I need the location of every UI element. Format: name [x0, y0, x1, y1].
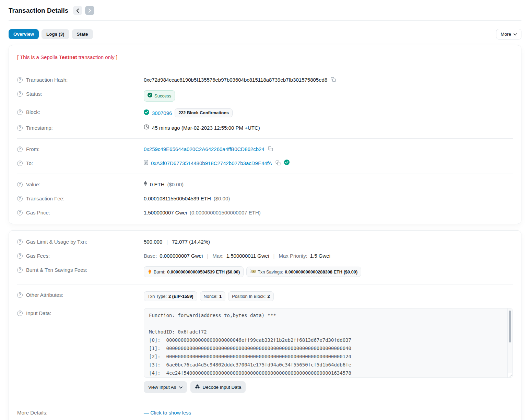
help-icon[interactable]: ?	[17, 210, 23, 215]
row-burnt-savings-fees: ? Burnt & Txn Savings Fees: Burnt: 0.000…	[17, 263, 513, 281]
help-icon[interactable]: ?	[17, 109, 23, 115]
gas-fees-label: Gas Fees:	[26, 252, 50, 259]
burnt-fees-pill: Burnt: 0.000000000000504539 ETH ($0.00)	[144, 266, 244, 277]
overview-card-primary: [ This is a Sepolia Testnet transaction …	[9, 45, 521, 224]
divider	[17, 138, 513, 139]
divider	[17, 69, 513, 69]
help-icon[interactable]: ?	[17, 182, 23, 187]
next-transaction-button[interactable]	[85, 6, 94, 15]
burnt-fees-pill-label: Burnt:	[154, 269, 165, 275]
position-in-block-badge-label: Position In Block:	[232, 294, 266, 299]
chevron-down-icon	[514, 32, 517, 37]
resize-grip-icon[interactable]	[508, 373, 512, 377]
previous-transaction-button[interactable]	[73, 6, 82, 15]
transaction-fee-amount: 0.000108115500504539 ETH	[144, 195, 211, 202]
help-icon[interactable]: ?	[17, 239, 23, 245]
status-badge-text: Success	[154, 92, 171, 100]
help-icon[interactable]: ?	[17, 292, 23, 298]
to-address-link[interactable]: 0xA3f07D6773514480b918C2742b027b3acD9E44…	[151, 160, 272, 167]
view-input-as-label: View Input As	[148, 385, 176, 390]
timestamp-label: Timestamp:	[26, 124, 53, 131]
help-icon[interactable]: ?	[17, 196, 23, 201]
nonce-badge-value: 1	[219, 294, 222, 299]
position-in-block-badge: Position In Block: 2	[228, 291, 273, 301]
overview-card-secondary: ? Gas Limit & Usage by Txn: 500,000 | 72…	[9, 230, 521, 420]
gas-price-label: Gas Price:	[26, 209, 50, 216]
help-icon[interactable]: ?	[17, 77, 23, 83]
input-data-label: Input Data:	[26, 310, 51, 317]
more-details-label: More Details:	[17, 409, 47, 416]
status-badge: Success	[144, 90, 175, 102]
value-label: Value:	[26, 181, 40, 188]
timestamp-value: 45 mins ago (Mar-02-2023 12:55:00 PM +UT…	[152, 124, 260, 131]
row-status: ? Status: Success	[17, 87, 513, 105]
divider	[17, 284, 513, 284]
row-other-attributes: ? Other Attributes: Txn Type: 2 (EIP-155…	[17, 288, 513, 305]
tab-state[interactable]: State	[72, 29, 93, 39]
copy-icon	[275, 160, 281, 166]
scrollbar-track	[507, 308, 508, 377]
help-icon[interactable]: ?	[17, 253, 23, 259]
row-transaction-hash: ? Transaction Hash: 0xc72d984ccac6190b5f…	[17, 73, 513, 87]
row-gas-fees: ? Gas Fees: Base: 0.000000007 Gwei | Max…	[17, 249, 513, 263]
eth-icon	[144, 181, 147, 188]
to-label: To:	[26, 160, 33, 167]
position-in-block-badge-value: 2	[267, 294, 270, 299]
txn-type-badge: Txn Type: 2 (EIP-1559)	[144, 291, 197, 301]
base-fee-value: 0.000000007 Gwei	[160, 252, 203, 259]
burnt-savings-label: Burnt & Txn Savings Fees:	[26, 266, 87, 273]
page-header: Transaction Details	[9, 0, 521, 21]
input-data-text: Function: forward(address to,bytes data)…	[144, 308, 513, 378]
max-priority-fee-label: Max Priority:	[279, 252, 307, 259]
help-icon[interactable]: ?	[17, 91, 23, 97]
txn-type-badge-value: 2 (EIP-1559)	[168, 294, 193, 299]
input-data-textarea[interactable]: Function: forward(address to,bytes data)…	[144, 308, 513, 378]
status-label: Status:	[26, 90, 42, 97]
transaction-hash-value: 0xc72d984ccac6190b5f135576eb97b03604bc81…	[144, 76, 327, 83]
value-amount: 0 ETH	[150, 181, 165, 188]
divider	[17, 400, 513, 400]
copy-to-address-button[interactable]	[275, 160, 281, 166]
from-address-link[interactable]: 0x259c49E65644a020C2A642260a4ffB0CD862cb…	[144, 145, 264, 153]
decode-input-data-label: Decode Input Data	[203, 385, 242, 390]
txn-savings-pill: Txn Savings: 0.000000000000288308 ETH ($…	[246, 267, 361, 277]
block-label: Block:	[26, 108, 40, 116]
row-gas-limit-usage: ? Gas Limit & Usage by Txn: 500,000 | 72…	[17, 235, 513, 249]
copy-transaction-hash-button[interactable]	[330, 77, 337, 83]
decode-input-data-button[interactable]: Decode Input Data	[190, 381, 246, 393]
from-label: From:	[26, 145, 39, 153]
help-icon[interactable]: ?	[17, 125, 23, 131]
separator: |	[165, 238, 169, 245]
block-confirmations-badge: 222 Block Confirmations	[175, 108, 233, 117]
row-block: ? Block: 3007096 222 Block Confirmations	[17, 105, 513, 121]
copy-icon	[268, 146, 273, 152]
view-input-as-button[interactable]: View Input As	[144, 381, 187, 393]
nonce-badge-label: Nonce:	[204, 294, 218, 299]
max-fee-value: 1.500000011 Gwei	[226, 252, 269, 259]
row-timestamp: ? Timestamp: 45 mins ago (Mar-02-2023 12…	[17, 121, 513, 135]
row-to: ? To: 0xA3f07D6773514480b918C2742b027b3a…	[17, 156, 513, 170]
row-value: ? Value: 0 ETH ($0.00)	[17, 177, 513, 191]
decode-icon	[195, 384, 200, 390]
gas-limit-value: 500,000	[144, 238, 162, 245]
row-from: ? From: 0x259c49E65644a020C2A642260a4ffB…	[17, 142, 513, 156]
copy-from-address-button[interactable]	[267, 146, 274, 152]
show-less-link[interactable]: — Click to show less	[144, 409, 191, 416]
transaction-details-page: Transaction Details Overview Logs (3) St…	[0, 0, 530, 420]
separator: |	[272, 252, 276, 259]
help-icon[interactable]: ?	[17, 311, 23, 316]
block-number-link[interactable]: 3007096	[152, 109, 172, 117]
testnet-warning-prefix: [ This is a Sepolia	[17, 54, 59, 60]
row-gas-price: ? Gas Price: 1.500000007 Gwei (0.0000000…	[17, 206, 513, 220]
tab-overview[interactable]: Overview	[9, 29, 39, 39]
max-fee-label: Max:	[212, 252, 224, 259]
help-icon[interactable]: ?	[17, 267, 23, 273]
nonce-badge: Nonce: 1	[200, 291, 226, 301]
scrollbar-thumb[interactable]	[509, 311, 511, 342]
verified-check-icon	[284, 160, 290, 167]
help-icon[interactable]: ?	[17, 147, 23, 152]
help-icon[interactable]: ?	[17, 161, 23, 166]
tab-logs[interactable]: Logs (3)	[42, 29, 69, 39]
more-dropdown-button[interactable]: More	[496, 29, 521, 39]
page-title: Transaction Details	[9, 7, 68, 14]
